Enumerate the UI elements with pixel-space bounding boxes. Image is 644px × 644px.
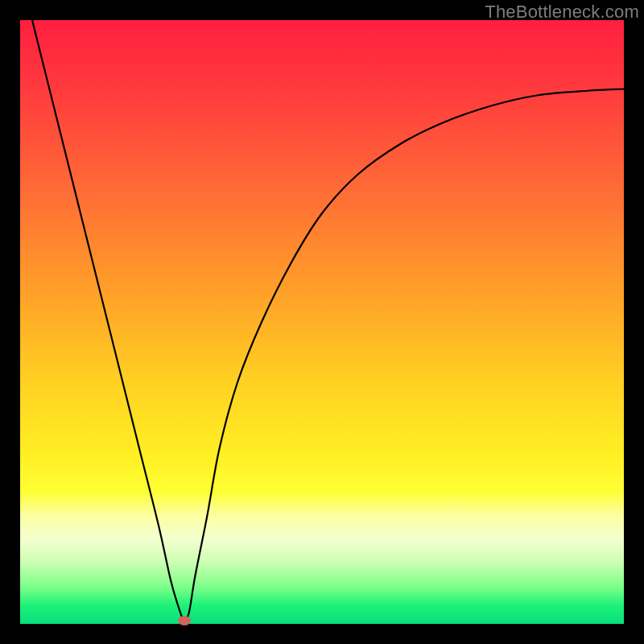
curve-path <box>32 20 624 621</box>
watermark-label: TheBottleneck.com <box>485 2 639 23</box>
bottleneck-curve <box>20 20 624 624</box>
chart-frame <box>20 20 624 624</box>
optimal-point-marker <box>178 616 191 625</box>
